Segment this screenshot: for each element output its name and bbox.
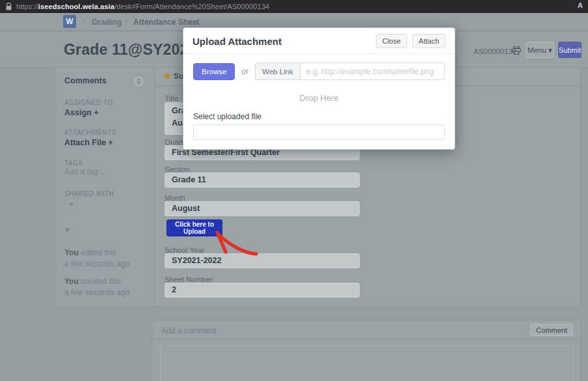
submit-button[interactable]: Submit xyxy=(558,42,581,58)
read-aloud-icon[interactable]: A xyxy=(578,1,583,9)
field-value-section: Grade 11 xyxy=(165,173,360,188)
comment-placeholder: Add a comment xyxy=(161,326,216,335)
browse-button[interactable]: Browse xyxy=(193,63,235,80)
click-here-to-upload-button[interactable]: Click here to Upload xyxy=(167,219,222,236)
field-value-sheet-number: 2 xyxy=(165,283,360,298)
print-icon[interactable] xyxy=(512,46,521,55)
modal-title: Upload Attachment xyxy=(193,36,371,47)
breadcrumb-chevron-icon: › xyxy=(83,16,85,25)
sidebar-heading-shared: SHARED WITH xyxy=(64,190,114,197)
url-domain: iseedschool.wela.asia xyxy=(38,3,114,10)
comment-button[interactable]: Comment xyxy=(530,324,573,336)
app-root: https://iseedschool.wela.asia/desk#Form/… xyxy=(0,0,588,381)
add-tag-button[interactable]: Add a tag ... xyxy=(64,167,107,176)
close-button[interactable]: Close xyxy=(376,34,407,48)
sidebar-heading-tags: TAGS xyxy=(64,160,83,167)
activity-created: You created thisa few seconds ago xyxy=(64,276,149,299)
sidebar-heading-assigned: ASSIGNED TO xyxy=(64,99,113,106)
browser-address-bar[interactable]: https://iseedschool.wela.asia/desk#Form/… xyxy=(0,0,588,13)
comment-input-row[interactable]: Add a comment Comment xyxy=(152,320,580,339)
comments-count-badge: 0 xyxy=(133,76,144,87)
modal-header: Upload Attachment Close Attach xyxy=(183,28,455,54)
upload-attachment-modal: Upload Attachment Close Attach Browse or… xyxy=(183,27,455,150)
lock-icon xyxy=(5,3,12,11)
field-value-school-year: SY2021-2022 xyxy=(165,253,360,268)
attach-file-button[interactable]: Attach File + xyxy=(64,138,113,147)
attach-button[interactable]: Attach xyxy=(412,34,446,48)
doc-id: AS00000134 xyxy=(474,48,517,55)
uploaded-file-select[interactable] xyxy=(193,124,445,140)
web-link-group: Web Link xyxy=(255,63,445,80)
breadcrumb-attendance-sheet[interactable]: Attendance Sheet xyxy=(133,18,199,27)
modal-body: Browse or Web Link Drop Here Select uplo… xyxy=(183,54,455,149)
field-label-title: Title xyxy=(165,94,178,102)
app-logo[interactable]: W xyxy=(63,15,76,28)
sidebar-item-comments[interactable]: Comments xyxy=(64,76,107,85)
assign-button[interactable]: Assign + xyxy=(64,108,98,117)
or-separator: or xyxy=(241,67,248,76)
field-value-month: August xyxy=(165,201,360,216)
breadcrumb-chevron-icon: › xyxy=(124,16,127,25)
drop-zone[interactable]: Drop Here xyxy=(193,93,445,103)
share-plus-button[interactable]: + xyxy=(64,197,78,211)
sidebar-divider xyxy=(154,68,155,307)
chevron-down-icon: ▾ xyxy=(548,46,552,54)
breadcrumb-grading[interactable]: Grading xyxy=(92,18,122,27)
menu-button[interactable]: Menu ▾ xyxy=(526,42,554,58)
like-heart-icon[interactable]: ♥ xyxy=(64,224,70,235)
web-link-button[interactable]: Web Link xyxy=(255,63,300,80)
sidebar-heading-attachments: ATTACHMENTS xyxy=(64,129,116,136)
status-indicator-icon xyxy=(165,74,170,79)
comment-section: Add a comment Comment xyxy=(152,320,581,381)
comment-textarea[interactable] xyxy=(160,345,574,381)
web-link-input[interactable] xyxy=(300,63,445,80)
url-text: https://iseedschool.wela.asia/desk#Form/… xyxy=(16,3,269,10)
select-uploaded-file-label: Select uploaded file xyxy=(193,112,445,121)
activity-edited: You edited thisa few seconds ago xyxy=(64,247,149,270)
